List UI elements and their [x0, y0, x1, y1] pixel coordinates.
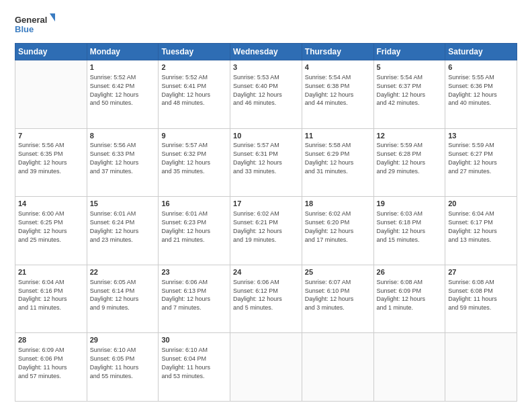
day-header-monday: Monday — [87, 44, 159, 60]
day-info: Sunrise: 6:06 AM Sunset: 6:12 PM Dayligh… — [233, 279, 282, 312]
day-info: Sunrise: 5:59 AM Sunset: 6:28 PM Dayligh… — [377, 142, 426, 175]
calendar-cell — [302, 333, 373, 402]
week-row-4: 21Sunrise: 6:04 AM Sunset: 6:16 PM Dayli… — [15, 265, 517, 333]
day-info: Sunrise: 6:10 AM Sunset: 6:05 PM Dayligh… — [90, 347, 139, 379]
day-number: 10 — [233, 131, 299, 141]
calendar-cell: 26Sunrise: 6:08 AM Sunset: 6:09 PM Dayli… — [373, 265, 445, 333]
calendar-cell: 20Sunrise: 6:04 AM Sunset: 6:17 PM Dayli… — [445, 197, 517, 265]
day-number: 8 — [90, 131, 156, 141]
calendar-cell: 9Sunrise: 5:57 AM Sunset: 6:32 PM Daylig… — [159, 128, 230, 197]
calendar-cell — [230, 333, 302, 402]
logo-svg: General Blue — [15, 12, 55, 39]
day-info: Sunrise: 5:54 AM Sunset: 6:37 PM Dayligh… — [377, 74, 426, 107]
day-info: Sunrise: 6:01 AM Sunset: 6:24 PM Dayligh… — [90, 210, 139, 243]
calendar-cell: 11Sunrise: 5:58 AM Sunset: 6:29 PM Dayli… — [302, 128, 373, 197]
day-info: Sunrise: 5:58 AM Sunset: 6:29 PM Dayligh… — [305, 142, 354, 175]
calendar-cell: 25Sunrise: 6:07 AM Sunset: 6:10 PM Dayli… — [302, 265, 373, 333]
day-number: 19 — [377, 199, 443, 209]
day-number: 9 — [161, 131, 227, 141]
calendar-cell: 23Sunrise: 6:06 AM Sunset: 6:13 PM Dayli… — [159, 265, 230, 333]
calendar-cell: 24Sunrise: 6:06 AM Sunset: 6:12 PM Dayli… — [230, 265, 302, 333]
day-number: 4 — [305, 62, 371, 73]
day-header-friday: Friday — [373, 44, 445, 60]
calendar-cell: 17Sunrise: 6:02 AM Sunset: 6:21 PM Dayli… — [230, 197, 302, 265]
day-info: Sunrise: 6:00 AM Sunset: 6:25 PM Dayligh… — [18, 210, 67, 243]
day-number: 20 — [448, 199, 514, 209]
day-info: Sunrise: 6:05 AM Sunset: 6:14 PM Dayligh… — [90, 279, 139, 312]
day-header-sunday: Sunday — [15, 44, 87, 60]
day-number: 23 — [161, 267, 227, 277]
day-number: 27 — [448, 267, 514, 277]
calendar-cell: 27Sunrise: 6:08 AM Sunset: 6:08 PM Dayli… — [445, 265, 517, 333]
calendar-cell: 14Sunrise: 6:00 AM Sunset: 6:25 PM Dayli… — [15, 197, 87, 265]
day-number: 26 — [377, 267, 443, 277]
day-info: Sunrise: 5:52 AM Sunset: 6:41 PM Dayligh… — [161, 74, 210, 107]
page: General Blue SundayMondayTuesdayWednesda… — [0, 0, 532, 411]
svg-text:Blue: Blue — [15, 24, 34, 34]
day-info: Sunrise: 6:07 AM Sunset: 6:10 PM Dayligh… — [305, 279, 354, 312]
day-info: Sunrise: 5:53 AM Sunset: 6:40 PM Dayligh… — [233, 74, 282, 107]
calendar-cell: 5Sunrise: 5:54 AM Sunset: 6:37 PM Daylig… — [373, 60, 445, 129]
day-info: Sunrise: 5:54 AM Sunset: 6:38 PM Dayligh… — [305, 74, 354, 107]
calendar-cell: 12Sunrise: 5:59 AM Sunset: 6:28 PM Dayli… — [373, 128, 445, 197]
calendar-cell: 15Sunrise: 6:01 AM Sunset: 6:24 PM Dayli… — [87, 197, 159, 265]
day-number: 16 — [161, 199, 227, 209]
calendar-cell: 10Sunrise: 5:57 AM Sunset: 6:31 PM Dayli… — [230, 128, 302, 197]
day-number: 17 — [233, 199, 299, 209]
day-info: Sunrise: 5:56 AM Sunset: 6:33 PM Dayligh… — [90, 142, 139, 175]
day-number: 6 — [448, 62, 514, 73]
logo: General Blue — [15, 12, 55, 39]
day-info: Sunrise: 6:06 AM Sunset: 6:13 PM Dayligh… — [161, 279, 210, 312]
day-number: 1 — [90, 62, 156, 73]
calendar-cell: 29Sunrise: 6:10 AM Sunset: 6:05 PM Dayli… — [87, 333, 159, 402]
calendar-cell: 19Sunrise: 6:03 AM Sunset: 6:18 PM Dayli… — [373, 197, 445, 265]
calendar-cell: 22Sunrise: 6:05 AM Sunset: 6:14 PM Dayli… — [87, 265, 159, 333]
day-info: Sunrise: 5:56 AM Sunset: 6:35 PM Dayligh… — [18, 142, 67, 175]
calendar-cell: 1Sunrise: 5:52 AM Sunset: 6:42 PM Daylig… — [87, 60, 159, 129]
day-number: 25 — [305, 267, 371, 277]
calendar-cell: 8Sunrise: 5:56 AM Sunset: 6:33 PM Daylig… — [87, 128, 159, 197]
day-info: Sunrise: 6:08 AM Sunset: 6:08 PM Dayligh… — [448, 279, 497, 312]
calendar-cell — [445, 333, 517, 402]
day-info: Sunrise: 6:02 AM Sunset: 6:21 PM Dayligh… — [233, 210, 282, 243]
calendar-cell: 16Sunrise: 6:01 AM Sunset: 6:23 PM Dayli… — [159, 197, 230, 265]
day-number: 5 — [377, 62, 443, 73]
day-info: Sunrise: 6:02 AM Sunset: 6:20 PM Dayligh… — [305, 210, 354, 243]
day-number: 21 — [18, 267, 84, 277]
calendar-cell — [15, 60, 87, 129]
week-row-1: 1Sunrise: 5:52 AM Sunset: 6:42 PM Daylig… — [15, 60, 517, 129]
day-info: Sunrise: 6:09 AM Sunset: 6:06 PM Dayligh… — [18, 347, 67, 379]
day-info: Sunrise: 5:55 AM Sunset: 6:36 PM Dayligh… — [448, 74, 497, 107]
day-info: Sunrise: 5:59 AM Sunset: 6:27 PM Dayligh… — [448, 142, 497, 175]
day-info: Sunrise: 6:08 AM Sunset: 6:09 PM Dayligh… — [377, 279, 426, 312]
calendar-cell: 6Sunrise: 5:55 AM Sunset: 6:36 PM Daylig… — [445, 60, 517, 129]
day-number: 3 — [233, 62, 299, 73]
day-info: Sunrise: 6:01 AM Sunset: 6:23 PM Dayligh… — [161, 210, 210, 243]
days-header-row: SundayMondayTuesdayWednesdayThursdayFrid… — [15, 44, 517, 60]
calendar-cell: 2Sunrise: 5:52 AM Sunset: 6:41 PM Daylig… — [159, 60, 230, 129]
calendar-cell — [373, 333, 445, 402]
day-number: 24 — [233, 267, 299, 277]
day-info: Sunrise: 6:04 AM Sunset: 6:16 PM Dayligh… — [18, 279, 67, 312]
calendar-cell: 7Sunrise: 5:56 AM Sunset: 6:35 PM Daylig… — [15, 128, 87, 197]
calendar-cell: 28Sunrise: 6:09 AM Sunset: 6:06 PM Dayli… — [15, 333, 87, 402]
day-number: 30 — [161, 335, 227, 345]
calendar-cell: 13Sunrise: 5:59 AM Sunset: 6:27 PM Dayli… — [445, 128, 517, 197]
day-number: 15 — [90, 199, 156, 209]
svg-text:General: General — [15, 15, 47, 25]
week-row-3: 14Sunrise: 6:00 AM Sunset: 6:25 PM Dayli… — [15, 197, 517, 265]
day-info: Sunrise: 6:03 AM Sunset: 6:18 PM Dayligh… — [377, 210, 426, 243]
svg-marker-2 — [50, 13, 55, 21]
day-number: 2 — [161, 62, 227, 73]
day-number: 18 — [305, 199, 371, 209]
day-number: 29 — [90, 335, 156, 345]
day-header-saturday: Saturday — [445, 44, 517, 60]
day-number: 14 — [18, 199, 84, 209]
calendar-cell: 30Sunrise: 6:10 AM Sunset: 6:04 PM Dayli… — [159, 333, 230, 402]
day-number: 12 — [377, 131, 443, 141]
week-row-5: 28Sunrise: 6:09 AM Sunset: 6:06 PM Dayli… — [15, 333, 517, 402]
day-header-thursday: Thursday — [302, 44, 373, 60]
calendar-cell: 3Sunrise: 5:53 AM Sunset: 6:40 PM Daylig… — [230, 60, 302, 129]
calendar-cell: 4Sunrise: 5:54 AM Sunset: 6:38 PM Daylig… — [302, 60, 373, 129]
day-info: Sunrise: 5:57 AM Sunset: 6:31 PM Dayligh… — [233, 142, 282, 175]
